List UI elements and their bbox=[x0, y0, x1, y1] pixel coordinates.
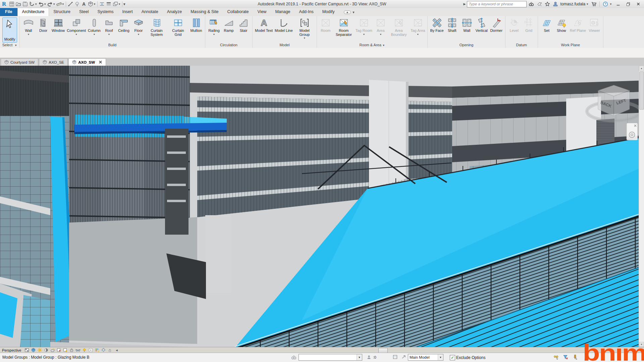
select-pinned-toggle-icon[interactable] bbox=[572, 354, 578, 360]
tab-annotate[interactable]: Annotate bbox=[137, 8, 163, 16]
text-icon[interactable]: A bbox=[80, 1, 87, 7]
ribbon-button-curtain-system[interactable]: Curtain System bbox=[146, 17, 167, 37]
ribbon-button-curtain-grid[interactable]: Curtain Grid bbox=[167, 17, 189, 37]
default-3d-view-dropdown-icon[interactable]: ▼ bbox=[93, 3, 96, 6]
user-menu-chevron-icon[interactable]: ▼ bbox=[586, 3, 589, 6]
aligned-dimension-icon[interactable] bbox=[67, 1, 74, 7]
undo-dropdown-icon[interactable]: ▼ bbox=[44, 3, 46, 6]
tab-steel[interactable]: Steel bbox=[75, 8, 93, 16]
ribbon-button-model-text[interactable]: AModel Text bbox=[254, 17, 274, 33]
view-scale-label[interactable]: Perspective bbox=[0, 348, 24, 352]
view-tab-axo-se[interactable]: AXO_SE bbox=[39, 58, 68, 66]
user-icon[interactable] bbox=[552, 1, 559, 7]
panel-label-room-area[interactable]: Room & Area▼ bbox=[317, 43, 428, 48]
tab-architecture[interactable]: Architecture bbox=[17, 8, 49, 16]
minimize-button[interactable] bbox=[614, 1, 623, 7]
exclude-options-checkbox[interactable]: ✓ bbox=[450, 355, 455, 360]
tab-analyze[interactable]: Analyze bbox=[163, 8, 186, 16]
tab-modify[interactable]: Modify bbox=[318, 8, 339, 16]
ribbon-button-roof[interactable]: Roof▼ bbox=[102, 17, 116, 36]
ribbon-button-room-separator[interactable]: Room Separator bbox=[333, 17, 355, 37]
ribbon-button-model-line[interactable]: Model Line bbox=[274, 17, 294, 33]
view-tab-axo-sw[interactable]: AXO_SW✕ bbox=[68, 58, 106, 66]
navigation-bar[interactable] bbox=[627, 123, 638, 140]
editing-requests-icon[interactable] bbox=[366, 355, 372, 361]
panel-label-opening[interactable]: Opening bbox=[428, 43, 505, 48]
ribbon-button-mullion[interactable]: Mullion bbox=[189, 17, 204, 33]
search-input[interactable] bbox=[467, 1, 527, 7]
switch-windows-icon[interactable] bbox=[112, 1, 119, 7]
ribbon-button-by-face[interactable]: By Face bbox=[429, 17, 444, 33]
panel-dropdown-icon[interactable]: ▼ bbox=[382, 44, 385, 47]
ribbon-button-set[interactable]: Set bbox=[539, 17, 554, 33]
panel-label-work-plane[interactable]: Work Plane bbox=[538, 43, 603, 48]
active-workset-select[interactable]: Main Model▼ bbox=[408, 354, 443, 361]
horizontal-scrollbar-thumb[interactable] bbox=[378, 348, 388, 353]
ribbon-button-dormer[interactable]: Dormer bbox=[489, 17, 504, 33]
section-icon[interactable] bbox=[99, 1, 105, 7]
close-view-tab-icon[interactable]: ✕ bbox=[99, 60, 102, 65]
crop-region-icon[interactable] bbox=[56, 348, 62, 353]
redo-icon[interactable] bbox=[47, 1, 53, 7]
help-icon[interactable]: ? bbox=[602, 1, 609, 7]
ribbon-button-ceiling[interactable]: Ceiling bbox=[116, 17, 131, 33]
favorites-icon[interactable] bbox=[544, 1, 551, 7]
panel-label-circulation[interactable]: Circulation bbox=[205, 43, 252, 48]
ribbon-button-column[interactable]: Column▼ bbox=[87, 17, 102, 36]
tab-view[interactable]: View bbox=[253, 8, 271, 16]
measure-dropdown-icon[interactable]: ▼ bbox=[62, 3, 64, 6]
revit-logo-icon[interactable]: R bbox=[1, 1, 8, 7]
locked-3d-orientation-icon[interactable] bbox=[68, 348, 75, 353]
select-underlay-toggle-icon[interactable] bbox=[563, 354, 569, 360]
ribbon-button-stair[interactable]: Stair bbox=[236, 17, 251, 33]
select-links-toggle-icon[interactable] bbox=[553, 354, 559, 360]
sync-with-central-dropdown-icon[interactable]: ▼ bbox=[35, 3, 37, 6]
panel-label-build[interactable]: Build bbox=[20, 43, 205, 48]
tab-file[interactable]: File bbox=[0, 8, 17, 16]
app-store-cart-icon[interactable] bbox=[590, 1, 597, 7]
ribbon-button-window[interactable]: Window bbox=[51, 17, 66, 33]
open-folder-icon[interactable] bbox=[15, 1, 22, 7]
panel-label-datum[interactable]: Datum bbox=[505, 43, 538, 48]
worksets-dialog-icon[interactable] bbox=[392, 354, 398, 360]
ribbon-button-show[interactable]: Show bbox=[554, 17, 569, 33]
scroll-up-icon[interactable]: ▲ bbox=[639, 66, 644, 71]
help-menu-chevron-icon[interactable]: ▼ bbox=[609, 3, 612, 6]
vertical-scrollbar[interactable]: ▲ ▼ bbox=[639, 66, 644, 347]
default-3d-view-icon[interactable] bbox=[87, 1, 94, 7]
save-icon[interactable] bbox=[22, 1, 29, 7]
displacement-sets-icon[interactable] bbox=[100, 348, 107, 353]
measure-icon[interactable] bbox=[56, 1, 62, 7]
undo-icon[interactable] bbox=[38, 1, 44, 7]
modify-button[interactable]: Modify bbox=[2, 17, 17, 43]
ribbon-button-wall[interactable]: Wall▼ bbox=[21, 17, 36, 36]
thin-lines-icon[interactable] bbox=[105, 1, 112, 7]
ribbon-button-model-group[interactable]: Model Group▼ bbox=[294, 17, 315, 40]
tab-collaborate[interactable]: Collaborate bbox=[223, 8, 253, 16]
temporary-hide-isolate-icon[interactable] bbox=[75, 348, 81, 353]
redo-dropdown-icon[interactable]: ▼ bbox=[53, 3, 55, 6]
select-panel-label[interactable]: Select ▼ bbox=[2, 43, 17, 48]
tab-add-ins[interactable]: Add-Ins bbox=[295, 8, 318, 16]
render-dialog-icon[interactable] bbox=[49, 348, 56, 353]
sync-with-central-icon[interactable] bbox=[29, 1, 35, 7]
ribbon-button-wall-opening[interactable]: Wall bbox=[460, 17, 474, 33]
switch-windows-dropdown-icon[interactable]: ▼ bbox=[118, 3, 121, 6]
collapse-arrow-icon[interactable]: ◄ bbox=[115, 349, 118, 352]
sun-path-icon[interactable] bbox=[37, 348, 43, 353]
minimize-ribbon-icon[interactable]: ▲ bbox=[344, 10, 351, 14]
ribbon-button-floor[interactable]: Floor▼ bbox=[131, 17, 146, 36]
ribbon-button-component[interactable]: Component▼ bbox=[66, 17, 87, 36]
drawing-area[interactable]: BACK LEFT bbox=[0, 66, 644, 347]
tab-insert[interactable]: Insert bbox=[118, 8, 137, 16]
tab-systems[interactable]: Systems bbox=[93, 8, 118, 16]
analytical-model-icon[interactable] bbox=[94, 348, 100, 353]
ribbon-button-railing[interactable]: Railing▼ bbox=[207, 17, 221, 36]
constraints-icon[interactable] bbox=[107, 348, 113, 353]
crop-region-visibility-icon[interactable] bbox=[62, 348, 68, 353]
shadows-icon[interactable] bbox=[43, 348, 49, 353]
temporary-view-properties-icon[interactable] bbox=[88, 348, 94, 353]
tab-manage[interactable]: Manage bbox=[271, 8, 294, 16]
view-tab-courtyard-sw[interactable]: Courtyard SW bbox=[1, 58, 38, 66]
communication-center-icon[interactable] bbox=[536, 1, 543, 7]
